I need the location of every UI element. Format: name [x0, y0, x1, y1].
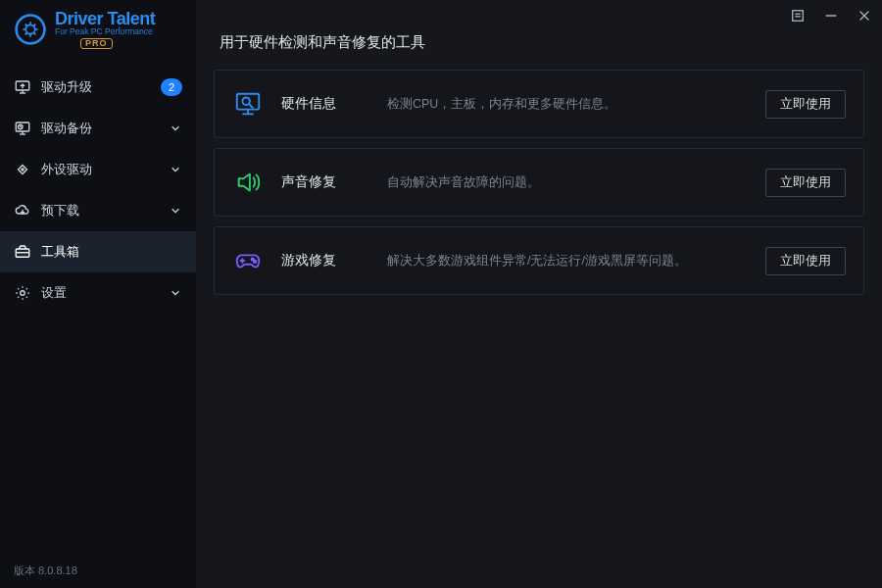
app-tagline: For Peak PC Performance: [55, 27, 155, 36]
app-root: Driver Talent For Peak PC Performance PR…: [0, 0, 882, 588]
use-now-button[interactable]: 立即使用: [765, 169, 846, 197]
svg-point-17: [22, 168, 24, 170]
svg-rect-21: [793, 11, 804, 22]
use-now-button[interactable]: 立即使用: [765, 90, 846, 119]
close-icon[interactable]: [855, 6, 874, 25]
toolbox-icon: [14, 243, 31, 261]
sidebar-item-driver-backup[interactable]: 驱动备份: [0, 108, 196, 149]
chevron-down-icon: [169, 286, 182, 300]
gear-icon: [14, 284, 31, 302]
sidebar: Driver Talent For Peak PC Performance PR…: [0, 0, 196, 588]
svg-line-7: [34, 32, 36, 34]
sidebar-item-predownload[interactable]: 预下载: [0, 190, 196, 231]
version-number: 8.0.8.18: [38, 564, 77, 576]
svg-rect-27: [237, 94, 260, 110]
hardware-info-icon: [232, 88, 264, 120]
game-repair-icon: [232, 245, 264, 276]
sidebar-item-label: 工具箱: [41, 243, 182, 261]
minimize-icon[interactable]: [821, 6, 841, 25]
window-controls: [788, 6, 874, 25]
sidebar-item-label: 驱动升级: [41, 78, 161, 96]
tool-row-game-repair: 游戏修复 解决大多数游戏组件异常/无法运行/游戏黑屏等问题。 立即使用: [214, 226, 864, 295]
sidebar-item-driver-upgrade[interactable]: 驱动升级 2: [0, 67, 196, 108]
logo-text: Driver Talent For Peak PC Performance PR…: [55, 10, 155, 49]
menu-icon[interactable]: [788, 6, 808, 25]
app-edition-badge: PRO: [80, 38, 113, 49]
svg-line-8: [25, 32, 27, 34]
update-count-badge: 2: [161, 78, 182, 96]
version-prefix: 版本: [14, 564, 35, 576]
tool-name: 声音修复: [281, 173, 369, 191]
sound-repair-icon: [232, 167, 264, 198]
tool-row-hardware-info: 硬件信息 检测CPU，主板，内存和更多硬件信息。 立即使用: [214, 70, 864, 138]
svg-line-9: [34, 24, 36, 25]
main-panel: 用于硬件检测和声音修复的工具 硬件信息 检测CPU，主板，内存和更多硬件信息。 …: [196, 0, 882, 588]
peripheral-icon: [14, 161, 31, 178]
svg-point-20: [21, 290, 25, 295]
tool-name: 游戏修复: [281, 252, 369, 270]
nav: 驱动升级 2 驱动备份: [0, 67, 196, 555]
version-label: 版本 8.0.8.18: [0, 554, 196, 588]
tool-desc: 解决大多数游戏组件异常/无法运行/游戏黑屏等问题。: [387, 253, 748, 270]
sidebar-item-label: 设置: [41, 284, 169, 302]
chevron-down-icon: [169, 122, 182, 135]
svg-line-6: [25, 24, 27, 25]
app-name: Driver Talent: [55, 10, 155, 27]
tool-name: 硬件信息: [281, 95, 369, 113]
svg-point-1: [25, 24, 34, 33]
tool-desc: 自动解决声音故障的问题。: [387, 174, 748, 191]
use-now-button[interactable]: 立即使用: [765, 247, 846, 275]
sidebar-item-label: 外设驱动: [41, 161, 169, 178]
tool-row-sound-repair: 声音修复 自动解决声音故障的问题。 立即使用: [214, 148, 864, 217]
chevron-down-icon: [169, 163, 182, 176]
app-logo-icon: [14, 13, 47, 46]
svg-point-35: [254, 261, 256, 263]
monitor-up-icon: [14, 78, 31, 96]
svg-point-0: [17, 15, 45, 43]
svg-line-29: [249, 104, 253, 108]
backup-icon: [14, 120, 31, 137]
chevron-down-icon: [169, 204, 182, 218]
page-title: 用于硬件检测和声音修复的工具: [196, 0, 882, 70]
sidebar-item-toolbox[interactable]: 工具箱: [0, 231, 196, 272]
sidebar-item-settings[interactable]: 设置: [0, 272, 196, 314]
tool-list: 硬件信息 检测CPU，主板，内存和更多硬件信息。 立即使用 声音修复 自动解决声…: [196, 70, 882, 305]
cloud-download-icon: [14, 202, 31, 220]
sidebar-item-label: 驱动备份: [41, 120, 169, 137]
logo-area: Driver Talent For Peak PC Performance PR…: [0, 0, 196, 67]
tool-desc: 检测CPU，主板，内存和更多硬件信息。: [387, 96, 748, 113]
sidebar-item-label: 预下载: [41, 202, 169, 220]
sidebar-item-peripheral[interactable]: 外设驱动: [0, 149, 196, 190]
